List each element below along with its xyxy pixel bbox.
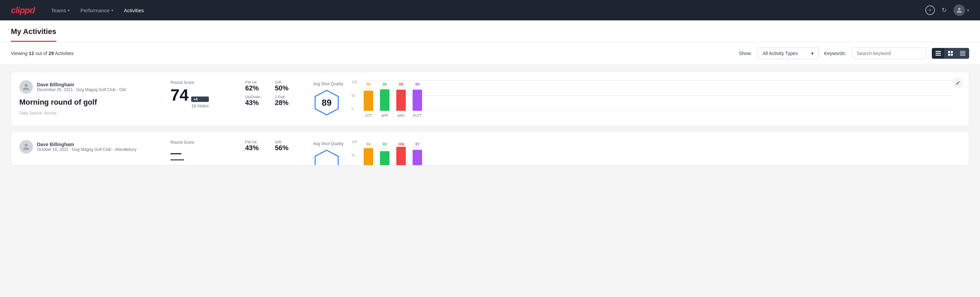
stat-gir-label: GIR <box>275 80 297 84</box>
svg-rect-3 <box>948 51 950 53</box>
avatar <box>953 5 965 16</box>
avatar <box>19 80 33 94</box>
bar-app: 82 <box>380 142 390 166</box>
data-source: Data Source: Arccos <box>19 111 162 115</box>
bar-fill-putt <box>412 150 422 166</box>
viewing-total: 29 <box>49 51 54 56</box>
svg-rect-7 <box>960 51 966 52</box>
hexagon: 89 <box>313 89 340 116</box>
user-avatar-btn[interactable]: ▾ <box>953 5 969 16</box>
avg-shot-quality-section: Avg Shot Quality 89 100 50 0 <box>305 80 961 118</box>
bar-app: 90 <box>380 82 390 111</box>
nav-teams[interactable]: Teams ▾ <box>51 5 70 16</box>
stat-gir-value: 50% <box>275 84 297 92</box>
svg-rect-4 <box>951 51 953 53</box>
svg-rect-10 <box>960 55 966 56</box>
svg-marker-12 <box>315 150 338 166</box>
nav-teams-label: Teams <box>51 8 66 13</box>
stat-fw-hit-label: FW Hit <box>245 80 267 84</box>
nav-performance[interactable]: Performance ▾ <box>81 5 113 16</box>
nav-right: + ↻ ▾ <box>925 5 969 16</box>
view-compact-button[interactable] <box>956 48 969 59</box>
score-value: 74 <box>170 87 188 103</box>
quality-hex-container: Avg Shot Quality 89 <box>313 81 343 116</box>
stat-updown-value: 43% <box>245 99 267 107</box>
score-row: 74 +4 18 Holes <box>170 87 229 109</box>
refresh-icon[interactable]: ↻ <box>942 6 947 14</box>
chevron-down-icon: ▾ <box>68 8 70 12</box>
svg-rect-5 <box>948 54 950 56</box>
x-label-ott: OTT <box>364 114 373 118</box>
dropdown-chevron-icon: ▾ <box>811 51 814 56</box>
page-header: My Activities <box>0 21 980 42</box>
stat-1putt-value: 28% <box>275 99 297 107</box>
stat-fw-hit: FW Hit 43% <box>245 140 267 152</box>
view-list-button[interactable] <box>932 48 944 59</box>
x-axis-labels: OTT APP ARG PUTT <box>364 114 953 118</box>
user-info: Dave Billingham December 05, 2021 · Gog … <box>37 82 126 92</box>
page-title: My Activities <box>11 27 56 42</box>
viewing-text: Viewing 12 out of 29 Activities <box>11 51 74 56</box>
edit-button[interactable] <box>953 77 963 88</box>
nav-activities[interactable]: Activities <box>124 5 144 16</box>
show-label: Show: <box>739 51 752 56</box>
nav-performance-label: Performance <box>81 8 110 13</box>
round-score-label: Round Score <box>170 80 229 85</box>
stat-fw-hit: FW Hit 62% <box>245 80 267 92</box>
compact-view-icon <box>960 51 966 56</box>
view-grid-button[interactable] <box>944 48 956 59</box>
bar-ott: 94 <box>364 142 373 166</box>
stats-grid: FW Hit 62% GIR 50% Up/Down 43% 1 Putt 28… <box>237 80 305 107</box>
bar-putt: 89 <box>412 82 422 111</box>
nav-activities-label: Activities <box>124 8 144 13</box>
card-left: Dave Billingham October 16, 2021 · Gog M… <box>19 140 162 153</box>
navbar: clippd Teams ▾ Performance ▾ Activities … <box>0 0 980 21</box>
quality-hex-container: Avg Shot Quality <box>313 141 343 166</box>
viewing-count: 12 <box>29 51 34 56</box>
round-score-section: Round Score 74 +4 18 Holes <box>162 80 237 109</box>
stat-fw-hit-value: 43% <box>245 144 267 152</box>
y-axis: 100 50 0 <box>352 140 357 166</box>
avg-shot-quality-section: Avg Shot Quality 100 50 0 9 <box>305 140 961 166</box>
activity-list: Dave Billingham December 05, 2021 · Gog … <box>0 65 980 178</box>
activity-card: Dave Billingham October 16, 2021 · Gog M… <box>11 131 969 166</box>
score-badge: +4 <box>191 96 208 102</box>
add-icon[interactable]: + <box>925 5 935 15</box>
filter-bar: Viewing 12 out of 29 Activities Show: Al… <box>0 42 980 65</box>
score-col: +4 18 Holes <box>191 96 208 109</box>
x-label-app: APP <box>380 114 390 118</box>
avatar-chevron-icon: ▾ <box>967 8 969 13</box>
keyword-search-input[interactable] <box>852 48 926 59</box>
score-value: — <box>170 147 184 160</box>
bar-fill-app <box>380 89 390 111</box>
activity-card: Dave Billingham December 05, 2021 · Gog … <box>11 72 969 126</box>
svg-rect-0 <box>935 51 941 52</box>
hexagon-shape <box>313 149 340 166</box>
viewing-suffix: Activities <box>55 51 74 56</box>
keywords-label: Keywords: <box>824 51 846 56</box>
avatar <box>19 140 33 153</box>
user-date: October 16, 2021 · Gog Magog Golf Club -… <box>37 147 137 152</box>
y-axis: 100 50 0 <box>352 80 357 111</box>
x-label-putt: PUTT <box>412 114 422 118</box>
activity-type-value: All Activity Types <box>763 51 798 56</box>
stat-1putt: 1 Putt 28% <box>275 95 297 107</box>
list-view-icon <box>935 51 941 56</box>
bar-fill-putt <box>412 90 422 111</box>
bar-fill-arg <box>396 90 406 111</box>
svg-rect-9 <box>960 54 966 54</box>
bars-row: 85 90 <box>364 80 953 111</box>
stat-updown-label: Up/Down <box>245 95 267 99</box>
round-score-section: Round Score — <box>162 140 237 160</box>
activity-type-dropdown[interactable]: All Activity Types ▾ <box>757 48 819 59</box>
svg-rect-6 <box>951 54 953 56</box>
shot-quality-bar-chart: 100 50 0 94 82 <box>352 140 953 166</box>
user-name: Dave Billingham <box>37 82 126 87</box>
hex-score-value: 89 <box>322 97 332 108</box>
stat-1putt-label: 1 Putt <box>275 95 297 99</box>
bar-arg: 89 <box>396 82 406 111</box>
stat-gir-label: GIR <box>275 140 297 144</box>
logo: clippd <box>11 5 35 16</box>
bar-putt: 87 <box>412 142 422 166</box>
bar-fill-arg <box>396 147 406 166</box>
